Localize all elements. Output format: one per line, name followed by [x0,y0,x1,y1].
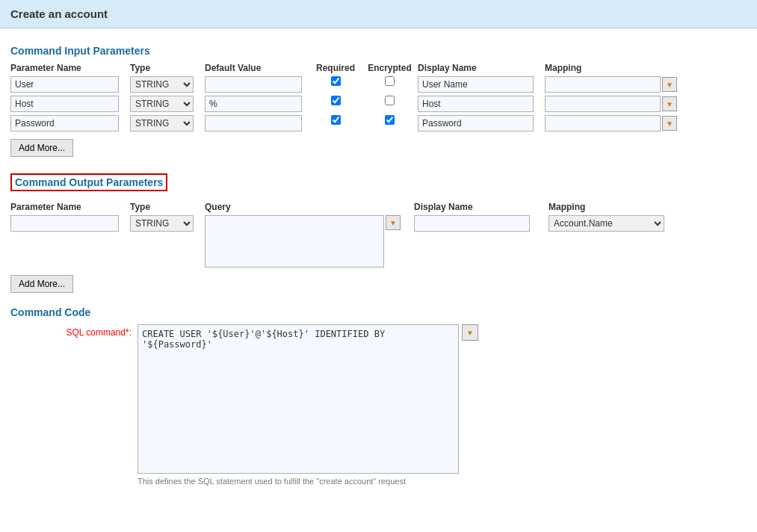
output-add-more-button[interactable]: Add More... [10,275,73,293]
output-section-title: Command Output Parameters [10,173,167,191]
output-header-type: Type [130,202,205,212]
output-query-1[interactable] [205,215,384,267]
input-type-host[interactable]: STRINGINTEGERBOOLEAN [130,96,194,112]
input-display-name-host[interactable] [418,96,534,112]
input-encrypted-password[interactable] [385,115,395,125]
output-header-mapping: Mapping [549,202,747,212]
input-display-name-user[interactable] [418,76,534,93]
input-required-user[interactable] [331,76,341,86]
sql-label: SQL command*: [10,324,138,338]
input-header-type: Type [130,63,205,73]
output-col-headers: Parameter Name Type Query Display Name M… [10,202,747,212]
output-header-query: Query [205,202,414,212]
sql-row: SQL command*: CREATE USER '${User}'@'${H… [10,324,747,486]
input-header-param-name: Parameter Name [10,63,130,73]
sql-hint: This defines the SQL statement used to f… [138,477,459,486]
input-encrypted-user[interactable] [385,76,395,86]
command-code-title: Command Code [10,306,747,318]
input-default-host[interactable] [205,96,302,112]
input-mapping-arrow-host[interactable]: ▼ [662,96,677,111]
output-header-display: Display Name [414,202,549,212]
input-row-host: STRINGINTEGERBOOLEAN ▼ [10,96,747,112]
input-mapping-arrow-password[interactable]: ▼ [662,116,677,131]
input-required-password[interactable] [331,115,341,125]
input-default-password[interactable] [205,115,302,132]
input-header-display-name: Display Name [418,63,545,73]
command-code-section: Command Code SQL command*: CREATE USER '… [10,306,747,486]
input-default-user[interactable] [205,76,302,93]
output-display-name-1[interactable] [414,215,530,232]
sql-textarea[interactable]: CREATE USER '${User}'@'${Host}' IDENTIFI… [138,324,459,474]
output-query-arrow-1[interactable]: ▼ [386,215,401,230]
input-mapping-password[interactable] [545,115,661,132]
input-mapping-user[interactable] [545,76,661,93]
output-mapping-select-1[interactable]: Account.Name Account.ID Account.Type [549,215,664,232]
input-section-title: Command Input Parameters [10,45,747,57]
input-param-name-user[interactable] [10,76,119,93]
input-mapping-arrow-user[interactable]: ▼ [662,77,677,92]
sql-template-arrow[interactable]: ▼ [462,324,478,341]
input-mapping-host[interactable] [545,96,661,112]
input-row-password: STRINGINTEGERBOOLEAN ▼ [10,115,747,132]
input-row-user: STRINGINTEGERBOOLEAN ▼ [10,76,747,93]
input-type-password[interactable]: STRINGINTEGERBOOLEAN [130,115,194,132]
input-add-more-button[interactable]: Add More... [10,139,73,157]
output-row-1: STRINGINTEGERBOOLEAN ▼ Account.Name Acco… [10,215,747,267]
input-type-user[interactable]: STRINGINTEGERBOOLEAN [130,76,194,93]
input-header-required: Required [309,63,362,73]
input-param-name-password[interactable] [10,115,119,132]
input-header-encrypted: Encrypted [362,63,418,73]
output-header-param-name: Parameter Name [10,202,130,212]
input-header-default: Default Value [205,63,309,73]
input-col-headers: Parameter Name Type Default Value Requir… [10,63,747,73]
input-required-host[interactable] [331,96,341,105]
input-header-mapping: Mapping [545,63,747,73]
output-type-1[interactable]: STRINGINTEGERBOOLEAN [130,215,194,232]
input-display-name-password[interactable] [418,115,534,132]
page-title: Create an account [0,0,757,28]
input-encrypted-host[interactable] [385,96,395,105]
output-param-name-1[interactable] [10,215,119,232]
page-title-text: Create an account [10,7,108,20]
input-param-name-host[interactable] [10,96,119,112]
